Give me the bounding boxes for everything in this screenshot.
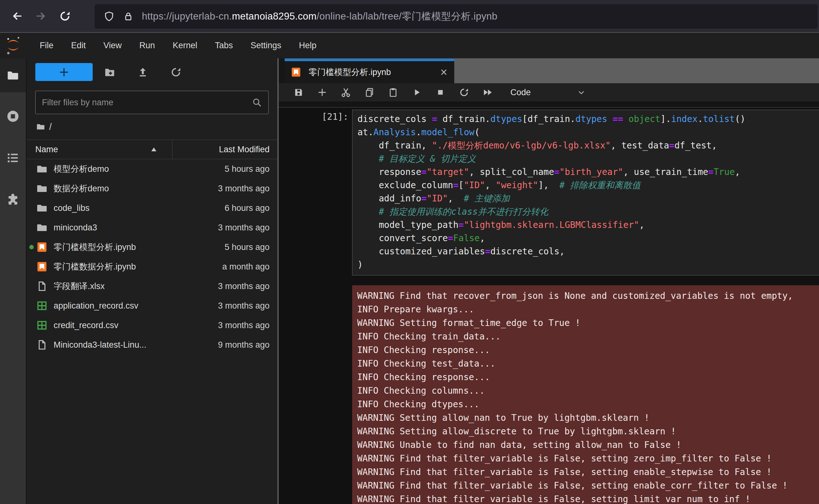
file-icon: [35, 280, 49, 292]
csv-icon: [35, 319, 49, 331]
file-row[interactable]: 零门槛数据分析.ipynba month ago: [26, 257, 277, 276]
new-folder-button[interactable]: [102, 64, 118, 80]
file-row[interactable]: application_record.csv3 months ago: [26, 296, 277, 316]
code-line: add_info="ID", # 主键添加: [357, 192, 819, 205]
column-header-modified[interactable]: Last Modified: [219, 140, 270, 159]
file-row[interactable]: 模型分析demo5 hours ago: [26, 159, 277, 179]
run-button[interactable]: [405, 83, 428, 101]
file-row[interactable]: code_libs6 hours ago: [26, 198, 277, 218]
output-line: WARNING Setting allow_discrete to True b…: [357, 425, 819, 438]
code-line: exclude_column=["ID", "weight"], # 排除权重和…: [357, 179, 819, 192]
file-modified: 3 months ago: [218, 184, 270, 194]
new-launcher-button[interactable]: [35, 63, 93, 81]
breadcrumb-root[interactable]: /: [49, 122, 52, 132]
run-icon: [411, 87, 422, 98]
code-line: # 目标定义 & 切片定义: [357, 152, 819, 165]
browser-reload-button[interactable]: [53, 5, 77, 27]
running-sessions-icon: [6, 109, 20, 124]
jupyterlab-menubar: FileEditViewRunKernelTabsSettingsHelp: [0, 33, 819, 58]
output-line: INFO Checking dtypes...: [357, 397, 819, 411]
file-name: 模型分析demo: [54, 163, 224, 175]
folder-icon: [35, 222, 49, 234]
browser-forward-button[interactable]: [29, 5, 53, 27]
output-line: WARNING Find that filter_variable is Fal…: [357, 452, 819, 465]
run-all-button[interactable]: [476, 83, 499, 101]
sort-ascending-icon: [151, 147, 157, 152]
code-cell-editor[interactable]: discrete_cols = df_train.dtypes[df_train…: [352, 110, 819, 275]
save-button[interactable]: [287, 83, 310, 101]
notebook-tab[interactable]: 零门槛模型分析.ipynb ×: [285, 59, 454, 83]
insert-button[interactable]: [310, 83, 334, 101]
tab-close-icon[interactable]: ×: [440, 66, 447, 78]
output-line: WARNING Setting allow_nan to True by lig…: [357, 411, 819, 425]
menu-item-view[interactable]: View: [95, 33, 131, 58]
output-line: INFO Checking columns...: [357, 384, 819, 397]
copy-button[interactable]: [357, 83, 381, 101]
file-row[interactable]: credit_record.csv3 months ago: [26, 316, 277, 335]
toolbar-separator: [279, 101, 819, 107]
code-line: ): [357, 258, 819, 271]
menu-item-edit[interactable]: Edit: [62, 33, 95, 58]
column-header-name[interactable]: Name: [35, 140, 58, 159]
file-row[interactable]: 字段翻译.xlsx3 months ago: [26, 276, 277, 296]
tab-bar-edge: [279, 58, 285, 83]
chevron-down-icon[interactable]: [577, 88, 586, 97]
file-name: 字段翻译.xlsx: [54, 281, 218, 292]
sidebar-tab-extensions[interactable]: [0, 182, 26, 217]
menu-item-kernel[interactable]: Kernel: [164, 33, 206, 58]
cut-button[interactable]: [334, 83, 357, 101]
tab-title: 零门槛模型分析.ipynb: [309, 67, 391, 78]
file-row[interactable]: 零门槛模型分析.ipynb5 hours ago: [26, 237, 277, 257]
url-bar[interactable]: https://jupyterlab-cn.metanoia8295.com/o…: [95, 4, 818, 29]
output-line: WARNING Unable to find nan data, setting…: [357, 438, 819, 452]
output-line: WARNING Setting format_time_edge to True…: [357, 316, 819, 330]
forward-arrow-icon: [34, 9, 48, 23]
column-divider: [172, 140, 172, 159]
notebook-content: [21]: discrete_cols = df_train.dtypes[df…: [279, 107, 819, 504]
menu-item-run[interactable]: Run: [131, 33, 164, 58]
file-browser-icon: [6, 68, 20, 82]
home-folder-icon[interactable]: [36, 122, 45, 131]
menu-item-help[interactable]: Help: [290, 33, 325, 58]
menu-item-settings[interactable]: Settings: [242, 33, 290, 58]
file-row[interactable]: 数据分析demo3 months ago: [26, 179, 277, 198]
refresh-button[interactable]: [168, 64, 184, 80]
paste-button[interactable]: [381, 83, 405, 101]
file-row[interactable]: miniconda33 months ago: [26, 218, 277, 237]
sidebar-tab-running-sessions[interactable]: [0, 99, 26, 133]
paste-icon: [388, 87, 398, 98]
code-line: model_type_path="lightgbm.sklearn.LGBMCl…: [357, 218, 819, 232]
jupyter-logo-icon: [5, 36, 21, 55]
lock-icon[interactable]: [123, 11, 134, 22]
left-activity-bar: [0, 58, 26, 504]
restart-button[interactable]: [452, 83, 476, 101]
file-name: 零门槛数据分析.ipynb: [54, 261, 222, 272]
cell-type-dropdown[interactable]: Code: [510, 88, 531, 97]
notebook-toolbar: Code: [279, 83, 819, 101]
file-row[interactable]: Miniconda3-latest-Linu...9 months ago: [26, 335, 277, 355]
restart-icon: [459, 87, 469, 98]
upload-icon: [137, 66, 149, 78]
file-modified: 3 months ago: [218, 321, 270, 330]
cut-icon: [340, 87, 351, 98]
menu-item-tabs[interactable]: Tabs: [206, 33, 242, 58]
file-name: code_libs: [54, 203, 224, 213]
sidebar-tab-table-of-contents[interactable]: [0, 141, 26, 175]
refresh-icon: [170, 66, 182, 78]
code-line: convert_score=False,: [357, 232, 819, 245]
upload-button[interactable]: [135, 64, 151, 80]
filter-box: [35, 91, 269, 114]
notebook-file-icon: [290, 67, 302, 78]
menu-item-file[interactable]: File: [31, 33, 62, 58]
file-modified: 5 hours ago: [224, 242, 270, 252]
output-line: INFO Checking test_data...: [357, 357, 819, 370]
browser-back-button[interactable]: [5, 5, 29, 27]
filter-files-input[interactable]: [36, 98, 251, 107]
tab-bar: 零门槛模型分析.ipynb ×: [279, 58, 819, 83]
output-line: INFO Checking train_data...: [357, 330, 819, 343]
stop-button[interactable]: [428, 83, 452, 101]
url-scheme: https://jupyterlab-cn.: [142, 11, 232, 22]
sidebar-tab-file-browser[interactable]: [0, 58, 26, 92]
code-line: customized_variables=discrete_cols,: [357, 245, 819, 258]
shield-icon[interactable]: [103, 11, 115, 22]
